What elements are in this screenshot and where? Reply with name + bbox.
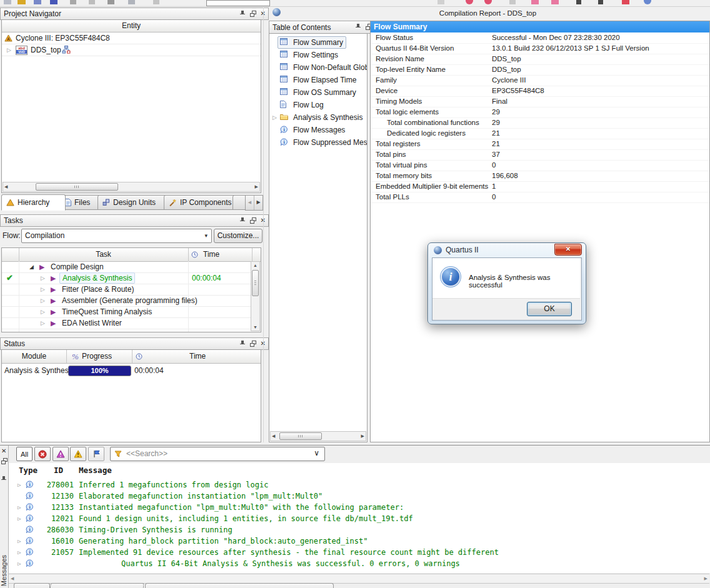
toolbar-icon-fragment[interactable] xyxy=(509,0,516,4)
toolbar-icon-fragment[interactable] xyxy=(551,0,559,4)
tab-scroll-left-icon[interactable]: ◀ xyxy=(246,196,254,210)
vertical-scrollbar[interactable]: ▲ ▼ xyxy=(251,261,260,331)
toolbar-icon-fragment[interactable] xyxy=(34,0,41,4)
flow-summary-row[interactable]: Total combinational functions 29 xyxy=(371,117,709,129)
message-row[interactable]: ▷ i 12021 Found 1 design units, includin… xyxy=(9,513,710,524)
expand-icon[interactable]: ▷ xyxy=(18,513,21,524)
flow-summary-row[interactable]: Total memory bits 196,608 xyxy=(371,171,709,182)
bottom-tab-fragment[interactable] xyxy=(49,583,144,588)
message-row[interactable]: i 286030 Timing-Driven Synthesis is runn… xyxy=(9,524,710,536)
flow-summary-row[interactable]: Embedded Multiplier 9-bit elements 1 xyxy=(371,181,709,192)
scrollbar-thumb[interactable] xyxy=(252,270,259,296)
toc-item-flow-elapsed-time[interactable]: Flow Elapsed Time xyxy=(269,74,367,86)
message-row[interactable]: ▷ i Quartus II 64-Bit Analysis & Synthes… xyxy=(9,558,710,569)
tab-design-units[interactable]: Design Units xyxy=(98,195,169,210)
expand-icon[interactable]: ▷ xyxy=(18,536,21,547)
flow-summary-row[interactable]: Total virtual pins 0 xyxy=(371,160,709,171)
col-type-label[interactable]: Type xyxy=(19,466,38,475)
flow-summary-row[interactable]: Family Cyclone III xyxy=(371,75,709,86)
scrollbar-thumb[interactable] xyxy=(279,432,322,440)
run-task-icon[interactable]: ▶ xyxy=(51,295,56,306)
task-row-fitter[interactable]: ▷ ▶ Fitter (Place & Route) xyxy=(2,284,252,296)
status-table-header[interactable]: Module % Progress Time xyxy=(2,350,261,364)
task-row-assembler[interactable]: ▷ ▶ Assembler (Generate programming file… xyxy=(2,295,252,307)
float-window-icon[interactable] xyxy=(250,341,256,347)
task-row-eda-netlist[interactable]: ▷ ▶ EDA Netlist Writer xyxy=(2,317,252,329)
message-row[interactable]: ▷ i 278001 Inferred 1 megafunctions from… xyxy=(9,479,710,491)
task-row-compile-design[interactable]: ◢ ▶ Compile Design xyxy=(2,261,252,273)
toc-item-flow-suppressed[interactable]: i Flow Suppressed Messag xyxy=(269,136,367,149)
pin-icon[interactable] xyxy=(1,476,7,482)
scroll-right-icon[interactable]: ▶ xyxy=(255,184,258,189)
toc-item-flow-non-default[interactable]: Flow Non-Default Global xyxy=(269,61,367,74)
toolbar-icon-fragment[interactable] xyxy=(108,0,114,4)
ok-button[interactable]: OK xyxy=(527,302,572,316)
expand-icon[interactable]: ▷ xyxy=(18,547,21,558)
toolbar-icon-fragment[interactable] xyxy=(18,0,26,4)
scroll-left-icon[interactable]: ◀ xyxy=(272,434,275,439)
pin-icon[interactable] xyxy=(356,24,361,30)
expand-icon[interactable]: ▷ xyxy=(41,272,45,284)
expand-icon[interactable]: ▷ xyxy=(41,295,45,306)
horizontal-scrollbar[interactable]: ◀ ▶ xyxy=(2,182,260,192)
scroll-down-icon[interactable]: ▼ xyxy=(253,325,258,329)
message-search-combobox[interactable]: <<Search>> ∨ xyxy=(110,447,325,461)
col-id-label[interactable]: ID xyxy=(54,466,63,475)
scroll-left-icon[interactable]: ◀ xyxy=(11,576,14,581)
expand-icon[interactable]: ▷ xyxy=(18,558,21,569)
expand-icon[interactable]: ▷ xyxy=(41,317,45,329)
flow-summary-row[interactable]: Revision Name DDS_top xyxy=(371,54,709,65)
expand-icon[interactable]: ▷ xyxy=(41,284,45,295)
flow-summary-row[interactable]: Total PLLs 0 xyxy=(371,192,709,203)
float-window-icon[interactable] xyxy=(250,217,256,224)
message-row[interactable]: ▷ i 12133 Instantiated megafunction "lpm… xyxy=(9,502,710,513)
filter-flags-button[interactable] xyxy=(88,447,104,461)
tasks-header[interactable]: Tasks ✕ xyxy=(0,214,269,227)
scroll-up-icon[interactable]: ▲ xyxy=(253,263,258,267)
float-window-icon[interactable] xyxy=(1,458,8,464)
run-task-icon[interactable]: ▶ xyxy=(51,284,56,295)
toolbar-combobox-fragment[interactable] xyxy=(206,0,270,6)
toolbar-icon-fragment[interactable] xyxy=(644,0,651,4)
flow-summary-row[interactable]: Total pins 37 xyxy=(371,149,709,161)
toolbar-icon-fragment[interactable] xyxy=(70,0,76,4)
toolbar-icon-fragment[interactable] xyxy=(531,0,539,4)
tab-ip-components[interactable]: IP Components xyxy=(164,195,238,210)
toolbar-icon-fragment[interactable] xyxy=(576,0,581,4)
flow-summary-row[interactable]: Device EP3C55F484C8 xyxy=(371,86,709,97)
scroll-right-icon[interactable]: ▶ xyxy=(704,576,708,581)
toolbar-icon-fragment[interactable] xyxy=(622,0,629,4)
message-row[interactable]: i 12130 Elaborated megafunction instanti… xyxy=(9,491,710,502)
filter-all-button[interactable]: All xyxy=(16,447,32,461)
pin-icon[interactable] xyxy=(240,11,246,17)
flow-summary-row[interactable]: Flow Status Successful - Mon Dec 07 23:2… xyxy=(371,32,709,44)
filter-critical-warnings-button[interactable] xyxy=(52,447,69,461)
toc-item-flow-settings[interactable]: Flow Settings xyxy=(269,49,367,61)
toolbar-icon-fragment[interactable] xyxy=(466,0,473,4)
toolbar-icon-fragment[interactable] xyxy=(128,0,135,4)
dialog-close-button[interactable]: ✕ xyxy=(554,244,582,256)
toolbar-icon-fragment[interactable] xyxy=(153,0,159,4)
project-navigator-header[interactable]: Project Navigator ✕ xyxy=(0,7,269,20)
scroll-left-icon[interactable]: ◀ xyxy=(4,184,8,189)
toc-item-flow-summary[interactable]: Flow Summary xyxy=(269,36,367,49)
tasks-table-header[interactable]: Task Time xyxy=(2,248,261,262)
filter-errors-button[interactable] xyxy=(34,447,51,461)
task-row-timequest[interactable]: ▷ ▶ TimeQuest Timing Analysis xyxy=(2,306,252,318)
flow-summary-row[interactable]: Total logic elements 29 xyxy=(371,107,709,118)
toolbar-icon-fragment[interactable] xyxy=(484,0,492,4)
flow-summary-row[interactable]: Total registers 21 xyxy=(371,139,709,150)
run-task-icon[interactable]: ▶ xyxy=(51,272,56,284)
chevron-down-icon[interactable]: ▾ xyxy=(204,229,208,242)
toc-item-flow-os-summary[interactable]: Flow OS Summary xyxy=(269,86,367,99)
toc-header[interactable]: Table of Contents xyxy=(269,21,375,34)
collapse-icon[interactable]: ◢ xyxy=(29,261,34,272)
col-message-label[interactable]: Message xyxy=(79,466,112,475)
horizontal-scrollbar[interactable]: ◀ ▶ xyxy=(270,431,366,441)
toc-item-flow-messages[interactable]: i Flow Messages xyxy=(269,124,367,136)
tab-scroll-right-icon[interactable]: ▶ xyxy=(254,196,262,210)
panel-splitter[interactable] xyxy=(263,7,264,442)
flow-summary-row[interactable]: Quartus II 64-Bit Version 13.0.1 Build 2… xyxy=(371,43,709,54)
pin-icon[interactable] xyxy=(240,341,246,347)
horizontal-scrollbar[interactable]: ◀ ▶ xyxy=(9,574,709,584)
